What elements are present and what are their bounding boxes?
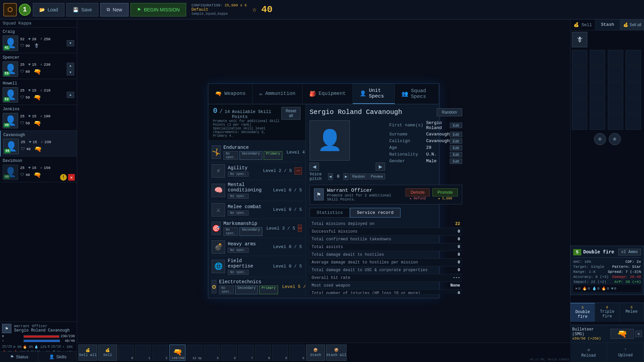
tab-weapons[interactable]: 🔫 Weapons [208,84,253,104]
stash-cell-6[interactable] [608,66,623,81]
voice-random-btn[interactable]: Random [350,174,367,179]
stash-cell-7[interactable] [626,66,641,81]
tab-squad-specs[interactable]: 👥 Squad Specs [395,84,439,104]
edit-age-btn[interactable]: Edit [450,145,462,150]
stash-tab-btn[interactable]: Stash [595,19,620,30]
stash-cell-8[interactable] [572,82,587,98]
reload-btn[interactable]: ↺ Reload [570,343,607,362]
begin-mission-button[interactable]: ⚑ BEGIN MISSION [130,3,186,16]
inv-slot-3[interactable]: 🔫 x28/250 [169,345,185,361]
status-nav-btn[interactable]: ⚑ Status [0,352,39,362]
save-button[interactable]: 💾 Save [66,3,98,16]
sell-tab[interactable]: 💰 Sell [571,19,595,30]
panel-tabs: 🔫 Weapons ✏ Ammunition 🎒 Equipment 👤 Uni… [208,84,439,104]
stash-cell-15[interactable] [626,98,641,114]
stash-cell-11[interactable] [626,82,641,98]
tab-unit-specs[interactable]: 👤 Unit Specs [353,84,395,104]
new-button[interactable]: ⧉ New [100,3,128,16]
unit-level-spencer: 55 [4,71,10,76]
stash-item-0[interactable]: 🗡 [572,32,587,47]
tab-equipment[interactable]: 🎒 Equipment [303,84,353,104]
inv-slot-s[interactable]: S [289,345,305,361]
inv-slot-9[interactable]: 9 [272,345,288,361]
rank-icon: ⚑ [2,324,11,333]
fire-mode-triple[interactable]: 8 Triple fire [595,303,620,322]
voice-next-btn[interactable]: ▶ [343,173,348,180]
chevron-down-craig[interactable]: ▼ [67,40,74,46]
mental-info: Mental conditioning No spec. [228,182,269,199]
upload-btn[interactable]: ↑ Upload [607,343,644,362]
stash-cell-14[interactable] [608,98,623,114]
inv-slot-1[interactable]: 1 [135,345,151,361]
stash-cell-13[interactable] [590,98,605,114]
marksmanship-minus-btn[interactable]: — [298,225,302,232]
agility-minus-btn[interactable]: — [294,167,302,175]
inv-slot-weapon-icon: 🔫 [173,348,182,357]
skills-nav-btn[interactable]: 👤 Skills [39,352,77,362]
chevron-up-howell[interactable]: ▲ [67,92,74,98]
chevron-up-spencer[interactable]: ▲ [67,63,74,69]
circle-btn-0[interactable]: ⊕ [594,133,606,145]
unit-chevrons-craig: ▼ [67,40,74,46]
inv-slot-2[interactable]: 2 [152,345,168,361]
load-button[interactable]: 📂 Load [33,3,64,16]
unit-card-spencer[interactable]: Spencer 👤 55 25 ♥ 15 ⚡ 230 🛡 80 🔫 [0,53,77,79]
sell-all-bottom-btn[interactable]: 💰 Sell all [78,345,97,361]
voice-preview-btn[interactable]: Preview [369,174,385,179]
voice-prev-btn[interactable]: ◀ [328,173,333,180]
random-button[interactable]: Random [437,108,462,116]
unit-card-cavanough[interactable]: Cavanough 👤 46 25 ♥ 15 ⚡ 230 🛡 40 🔫 [0,131,77,157]
unit-card-davidson[interactable]: Davidson 👤 40 25 ♥ 15 ⚡ 150 🛡 40 🔫 [0,157,77,182]
portrait-prev-btn[interactable]: ◀ [310,163,319,171]
stash-cell-16[interactable] [572,114,587,130]
stash-cell-0[interactable] [572,50,587,65]
edit-callsign-btn[interactable]: Edit [450,138,462,144]
rank-label: Warrant Officer [14,324,70,328]
sell-bottom-btn[interactable]: 💰 Sell [98,345,117,361]
edit-firstname-btn[interactable]: Edit [450,123,462,128]
edit-gender-btn[interactable]: Edit [450,159,462,164]
edit-surname-btn[interactable]: Edit [450,132,462,137]
reset-all-button[interactable]: Reset all [281,107,301,120]
inv-slot-4[interactable]: 12 Ap [186,345,203,361]
unit-card-craig[interactable]: Craig 👤 41 52 ♥ 28 ⚡ 250 🛡 90 🗡 [0,27,77,53]
reload-icon: ↺ [587,347,590,352]
stash-all-bottom-btn[interactable]: 📦 Stash all [326,345,346,361]
portrait-next-btn[interactable]: ▶ [376,163,385,171]
inv-slot-8[interactable]: 8 [255,345,271,361]
stash-cell-19[interactable] [626,114,641,130]
promote-button[interactable]: Promote [432,188,458,196]
version-text: v0.17.0b, build 230421 [530,358,570,361]
stash-cell-9[interactable] [590,82,605,98]
ws-stats: GHC: 10% CDF: 2x Target: Single Pattern:… [573,257,641,284]
fire-mode-double[interactable]: 5 Double fire [571,303,595,322]
demote-button[interactable]: Demote [406,188,430,196]
statistics-tab[interactable]: Statistics [310,208,350,218]
chevron-down-spencer[interactable]: ▼ [67,69,74,75]
fire-mode-melee[interactable]: 6 Melee [620,303,644,322]
inv-slot-5[interactable]: 5 [204,345,220,361]
inv-slot-0[interactable]: 0 [118,345,134,361]
inv-slot-6[interactable]: 6 [221,345,237,361]
stash-cell-4[interactable] [572,66,587,81]
stash-cell-10[interactable] [608,82,623,98]
sell-bottom-icon: 💰 [105,348,110,352]
stash-bottom-btn[interactable]: 📦 Stash [306,345,325,361]
inv-slot-7[interactable]: 7 [238,345,254,361]
stash-cell-1[interactable] [590,50,605,65]
stash-cell-3[interactable] [626,50,641,65]
tab-ammunition[interactable]: ✏ Ammunition [253,84,303,104]
unit-card-jenkins[interactable]: Jenkins 👤 49 25 ♥ 15 ⚡ 190 🛡 50 🔫 [0,105,77,131]
stash-cell-5[interactable] [590,66,605,81]
stash-cell-18[interactable] [608,114,623,130]
service-record-tab[interactable]: Service record [350,208,400,218]
stash-cell-2[interactable] [608,50,623,65]
ammo-row: Bulleteer (SMG) x50/50 (+250) 🔫 ⊕ [570,325,644,343]
unit-card-howell[interactable]: Howell 👤 52 25 ♥ 15 ⚡ 210 🛡 50 🔫 [0,79,77,105]
ammo-expand-btn[interactable]: ⊕ [635,330,642,337]
stash-cell-12[interactable] [572,98,587,114]
stash-cell-17[interactable] [590,114,605,130]
edit-nationality-btn[interactable]: Edit [450,152,462,157]
sell-all-stash-btn[interactable]: 💰 Sell all [620,19,644,30]
circle-btn-1[interactable]: ⊕ [609,133,621,145]
